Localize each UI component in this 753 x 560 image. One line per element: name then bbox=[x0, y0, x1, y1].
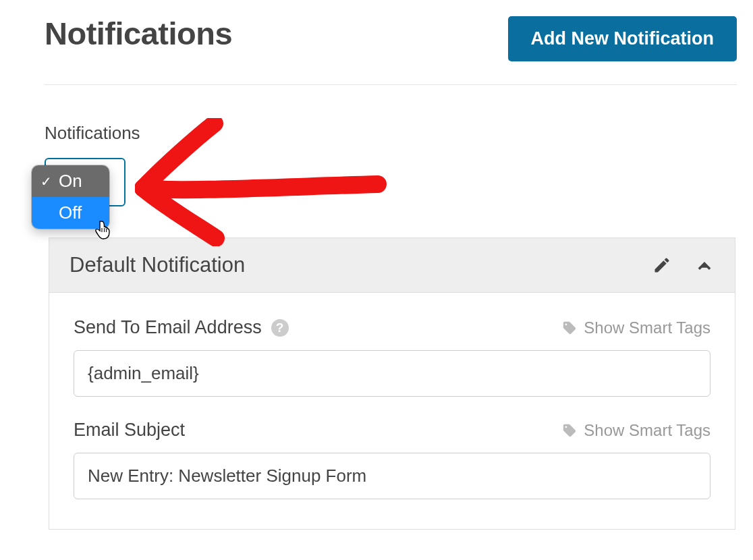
header-divider bbox=[45, 84, 737, 85]
annotation-arrow-icon bbox=[135, 118, 391, 246]
add-new-notification-button[interactable]: Add New Notification bbox=[508, 16, 737, 61]
panel-actions bbox=[652, 255, 715, 275]
panel-body: Send To Email Address ? Show Smart Tags … bbox=[49, 293, 735, 529]
default-notification-panel: Default Notification Send To Email Addre… bbox=[49, 237, 735, 530]
field-subject-label: Email Subject bbox=[74, 420, 185, 441]
show-smart-tags-subject-label: Show Smart Tags bbox=[584, 421, 710, 440]
page-header: Notifications Add New Notification bbox=[45, 16, 737, 61]
field-send-to: Send To Email Address ? Show Smart Tags bbox=[74, 317, 710, 397]
email-subject-input[interactable] bbox=[74, 453, 710, 499]
pointer-cursor-icon bbox=[94, 220, 113, 242]
page-title: Notifications bbox=[45, 16, 232, 51]
toggle-option-on[interactable]: ✓ On bbox=[32, 165, 109, 197]
field-send-to-label: Send To Email Address bbox=[74, 317, 262, 338]
field-subject: Email Subject Show Smart Tags bbox=[74, 420, 710, 499]
pencil-icon[interactable] bbox=[652, 256, 671, 275]
show-smart-tags-send-to[interactable]: Show Smart Tags bbox=[562, 318, 710, 337]
notifications-toggle-label: Notifications bbox=[45, 123, 140, 144]
show-smart-tags-subject[interactable]: Show Smart Tags bbox=[562, 421, 710, 440]
tag-icon bbox=[562, 423, 577, 438]
toggle-option-off-label: Off bbox=[59, 202, 82, 223]
help-icon[interactable]: ? bbox=[271, 319, 289, 337]
tag-icon bbox=[562, 320, 577, 335]
panel-title: Default Notification bbox=[69, 253, 245, 277]
chevron-up-icon[interactable] bbox=[694, 255, 715, 275]
notifications-settings-page: Notifications Add New Notification Notif… bbox=[0, 0, 753, 560]
send-to-email-input[interactable] bbox=[74, 350, 710, 397]
field-send-to-row: Send To Email Address ? Show Smart Tags bbox=[74, 317, 710, 338]
toggle-option-on-label: On bbox=[59, 171, 82, 192]
notifications-toggle-dropdown[interactable]: ✓ On Off bbox=[32, 165, 109, 229]
field-send-to-label-wrap: Send To Email Address ? bbox=[74, 317, 289, 338]
field-subject-label-wrap: Email Subject bbox=[74, 420, 185, 441]
field-subject-row: Email Subject Show Smart Tags bbox=[74, 420, 710, 441]
panel-header: Default Notification bbox=[49, 238, 735, 293]
check-icon: ✓ bbox=[40, 173, 52, 190]
show-smart-tags-send-to-label: Show Smart Tags bbox=[584, 318, 710, 337]
